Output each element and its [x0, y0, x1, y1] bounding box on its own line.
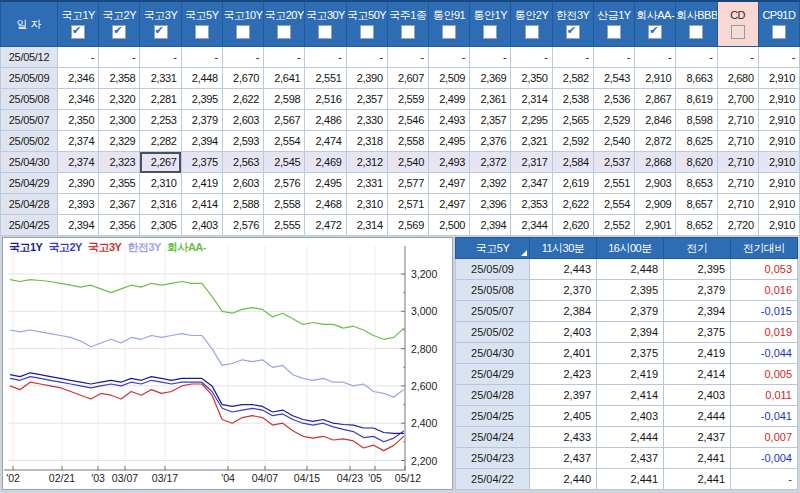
rate-cell[interactable]: 2,910	[758, 89, 799, 110]
rate-cell[interactable]: 2,356	[99, 215, 140, 236]
rate-cell[interactable]: 2,563	[222, 152, 263, 173]
rate-cell[interactable]: 2,395	[181, 89, 222, 110]
rate-cell[interactable]: -	[346, 47, 387, 68]
rate-cell[interactable]: 2,486	[305, 110, 346, 131]
column-checkbox[interactable]	[401, 25, 415, 39]
column-header-13[interactable]: 산금1Y	[593, 1, 634, 47]
rate-cell[interactable]: 2,497	[428, 194, 469, 215]
rate-cell[interactable]: 2,394	[58, 215, 99, 236]
column-header-3[interactable]: 국고5Y	[181, 1, 222, 47]
rate-cell[interactable]: 2,393	[58, 194, 99, 215]
rate-cell[interactable]: 2,312	[346, 152, 387, 173]
quote-date-cell[interactable]: 25/04/29	[456, 364, 530, 385]
rate-cell[interactable]: 2,545	[264, 152, 305, 173]
rate-cell[interactable]: 2,353	[511, 194, 552, 215]
rate-cell[interactable]: 2,361	[470, 89, 511, 110]
rate-cell[interactable]: 2,376	[470, 131, 511, 152]
rate-cell[interactable]: -	[428, 47, 469, 68]
rate-cell[interactable]: 2,571	[387, 194, 428, 215]
rate-cell[interactable]: 2,500	[428, 215, 469, 236]
rate-cell[interactable]: 2,367	[99, 194, 140, 215]
rate-cell[interactable]: 2,357	[346, 89, 387, 110]
rate-cell[interactable]: 2,468	[305, 194, 346, 215]
rate-cell[interactable]: 2,497	[428, 173, 469, 194]
rate-cell[interactable]: 2,346	[58, 89, 99, 110]
rate-cell[interactable]: 8,619	[676, 89, 717, 110]
rate-cell[interactable]: 2,300	[99, 110, 140, 131]
rate-cell[interactable]: 2,346	[58, 68, 99, 89]
rate-cell[interactable]: -	[511, 47, 552, 68]
rate-cell[interactable]: 2,540	[593, 131, 634, 152]
rate-cell[interactable]: 2,569	[387, 215, 428, 236]
rate-cell[interactable]: 2,710	[717, 131, 758, 152]
rate-cell[interactable]: 8,598	[676, 110, 717, 131]
column-header-17[interactable]: CP91D	[758, 1, 799, 47]
rate-cell[interactable]: 2,317	[511, 152, 552, 173]
column-checkbox[interactable]	[525, 25, 539, 39]
rate-cell[interactable]: -	[305, 47, 346, 68]
rate-cell[interactable]: 2,374	[58, 131, 99, 152]
rate-cell[interactable]: 2,390	[346, 68, 387, 89]
column-header-8[interactable]: 국주1종	[387, 1, 428, 47]
column-header-1[interactable]: 국고2Y	[99, 1, 140, 47]
rate-cell[interactable]: 2,323	[99, 152, 140, 173]
column-header-12[interactable]: 한전3Y	[552, 1, 593, 47]
rate-cell[interactable]: -	[99, 47, 140, 68]
date-cell[interactable]: 25/05/02	[1, 131, 58, 152]
rate-cell[interactable]: 2,680	[717, 68, 758, 89]
rate-cell[interactable]: 2,910	[758, 131, 799, 152]
date-cell[interactable]: 25/05/12	[1, 47, 58, 68]
rate-cell[interactable]: 2,868	[635, 152, 676, 173]
rate-cell[interactable]: 2,710	[717, 152, 758, 173]
column-checkbox[interactable]	[731, 25, 745, 39]
rate-cell[interactable]: 2,910	[758, 194, 799, 215]
column-checkbox-checked[interactable]	[566, 25, 580, 39]
date-cell[interactable]: 25/05/08	[1, 89, 58, 110]
column-header-11[interactable]: 통안2Y	[511, 1, 552, 47]
column-checkbox[interactable]	[689, 25, 703, 39]
rate-cell[interactable]: 2,493	[428, 152, 469, 173]
date-cell[interactable]: 25/04/30	[1, 152, 58, 173]
rate-cell[interactable]: -	[387, 47, 428, 68]
quote-instrument-header[interactable]: 국고5Y	[456, 238, 530, 259]
rate-cell[interactable]: 2,588	[222, 194, 263, 215]
rate-cell[interactable]: 2,374	[58, 152, 99, 173]
rate-cell[interactable]: 2,622	[552, 194, 593, 215]
rate-cell[interactable]: 2,910	[758, 215, 799, 236]
rate-cell[interactable]: 2,872	[635, 131, 676, 152]
rate-cell[interactable]: 2,546	[387, 110, 428, 131]
column-checkbox-checked[interactable]	[71, 25, 85, 39]
column-checkbox[interactable]	[772, 25, 786, 39]
rate-cell[interactable]: 2,396	[470, 194, 511, 215]
rate-cell[interactable]: 2,347	[511, 173, 552, 194]
rate-cell[interactable]: 2,554	[593, 194, 634, 215]
rate-cell[interactable]: 8,663	[676, 68, 717, 89]
rate-cell[interactable]: 2,392	[470, 173, 511, 194]
rate-cell[interactable]: 2,846	[635, 110, 676, 131]
rate-cell[interactable]: 2,369	[470, 68, 511, 89]
rate-cell[interactable]: 2,321	[511, 131, 552, 152]
column-checkbox[interactable]	[195, 25, 209, 39]
rate-cell[interactable]: 2,584	[552, 152, 593, 173]
quote-date-cell[interactable]: 25/04/25	[456, 406, 530, 427]
rate-cell[interactable]: 2,867	[635, 89, 676, 110]
rate-cell[interactable]: 2,330	[346, 110, 387, 131]
rate-cell[interactable]: 2,551	[305, 68, 346, 89]
quote-date-cell[interactable]: 25/04/28	[456, 385, 530, 406]
column-header-16[interactable]: CD	[717, 1, 758, 47]
rate-cell[interactable]: 2,710	[717, 110, 758, 131]
rate-cell[interactable]: -	[58, 47, 99, 68]
rate-cell[interactable]: 2,670	[222, 68, 263, 89]
rate-cell[interactable]: 2,493	[428, 110, 469, 131]
rate-cell[interactable]: 2,622	[222, 89, 263, 110]
rate-cell[interactable]: 2,559	[387, 89, 428, 110]
rate-cell[interactable]: 2,567	[264, 110, 305, 131]
rate-cell[interactable]: 2,495	[428, 131, 469, 152]
rate-cell[interactable]: 2,495	[305, 173, 346, 194]
rate-cell[interactable]: 2,375	[181, 152, 222, 173]
rate-cell[interactable]: 2,582	[552, 68, 593, 89]
rate-cell[interactable]: 2,282	[140, 131, 181, 152]
rate-cell[interactable]: 2,903	[635, 173, 676, 194]
rate-cell[interactable]: 8,620	[676, 152, 717, 173]
quote-date-cell[interactable]: 25/04/22	[456, 469, 530, 490]
